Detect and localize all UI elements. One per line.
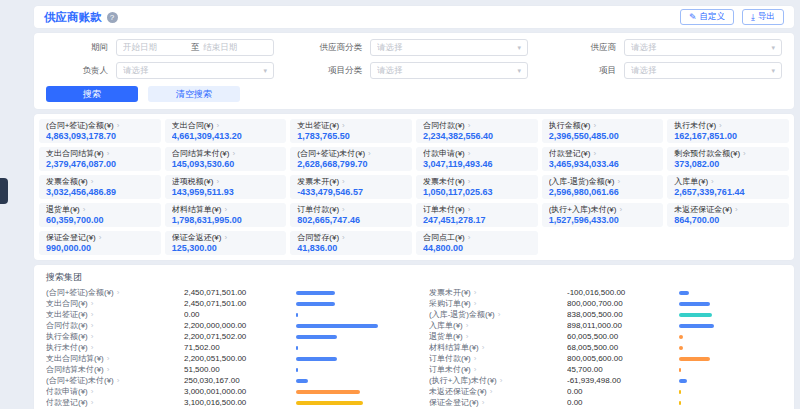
date-range-input[interactable]: 开始日期 至 结束日期 — [116, 39, 274, 56]
metric-card[interactable]: (执行+入库)未付(¥)1,527,596,433.00 — [542, 203, 664, 227]
group-metric-value: 2,200,071,502.00 — [184, 332, 296, 341]
group-metric-row[interactable]: 采购订单(¥)800,000,700.00 — [429, 298, 782, 309]
group-metric-row[interactable]: (合同+签证)金额(¥)2,450,071,501.00 — [46, 287, 399, 298]
metric-card[interactable]: 材料结算单(¥)1,798,631,995.00 — [165, 203, 287, 227]
metric-card[interactable]: (合同+签证)未付(¥)2,628,668,799.70 — [290, 147, 412, 171]
metric-value: 3,465,934,033.46 — [549, 159, 657, 169]
supplier-category-select[interactable]: 请选择 ▾ — [370, 39, 528, 56]
metric-card[interactable]: 保证金返还(¥)125,300.00 — [165, 231, 287, 255]
group-metric-row[interactable]: (入库-退货)金额(¥)838,005,500.00 — [429, 309, 782, 320]
metric-card[interactable]: 进项税额(¥)143,959,511.93 — [165, 175, 287, 199]
metric-label: 支出合同结算(¥) — [46, 149, 154, 158]
bar-track — [296, 401, 399, 405]
group-metric-row[interactable]: (执行+入库)未付(¥)-61,939,498.00 — [429, 375, 782, 386]
metric-card[interactable]: 合同点工(¥)44,800.00 — [416, 231, 538, 255]
group-metric-value: 60,005,500.00 — [567, 332, 679, 341]
group-metric-row[interactable]: 支出合同结算(¥)2,200,051,500.00 — [46, 353, 399, 364]
project-category-select[interactable]: 请选择 ▾ — [370, 62, 528, 79]
group-metric-value: 800,005,600.00 — [567, 354, 679, 363]
metric-card[interactable]: 保证金登记(¥)990,000.00 — [39, 231, 161, 255]
bar-track — [679, 335, 782, 339]
group-metric-row[interactable]: 退货单(¥)60,005,500.00 — [429, 331, 782, 342]
metric-card[interactable]: 发票未开(¥)-433,479,546.57 — [290, 175, 412, 199]
metric-label: 付款申请(¥) — [423, 149, 531, 158]
metric-card[interactable]: 支出签证(¥)1,783,765.50 — [290, 119, 412, 143]
metric-card[interactable]: 发票金额(¥)3,032,456,486.89 — [39, 175, 161, 199]
metric-card[interactable]: 入库单(¥)2,657,339,761.44 — [667, 175, 789, 199]
supplier-select[interactable]: 请选择 ▾ — [624, 39, 782, 56]
group-metric-label: 执行金额(¥) — [46, 331, 184, 342]
search-button[interactable]: 搜索 — [46, 86, 138, 102]
metric-value: 2,628,668,799.70 — [297, 159, 405, 169]
metric-card[interactable]: 执行未付(¥)162,167,851.00 — [667, 119, 789, 143]
metric-card[interactable]: 支出合同(¥)4,661,309,413.20 — [165, 119, 287, 143]
metric-card[interactable]: 退货单(¥)60,359,700.00 — [39, 203, 161, 227]
start-date-placeholder[interactable]: 开始日期 — [123, 42, 187, 54]
customize-button[interactable]: ✎ 自定义 — [680, 9, 734, 25]
metric-card[interactable]: 订单未付(¥)247,451,278.17 — [416, 203, 538, 227]
period-label: 期间 — [46, 42, 116, 54]
group-metric-row[interactable]: 支出合同(¥)2,450,071,501.00 — [46, 298, 399, 309]
clear-search-button[interactable]: 清空搜索 — [148, 86, 240, 102]
metric-card[interactable]: (合同+签证)金额(¥)4,863,093,178.70 — [39, 119, 161, 143]
metric-card[interactable]: 剩余预付款金额(¥)373,082.00 — [667, 147, 789, 171]
project-select[interactable]: 请选择 ▾ — [624, 62, 782, 79]
group-metric-row[interactable]: 发票未开(¥)-100,016,500.00 — [429, 287, 782, 298]
project-category-label: 项目分类 — [300, 65, 370, 77]
group-metric-row[interactable]: 未返还保证金(¥)0.00 — [429, 386, 782, 397]
metric-label: 保证金返还(¥) — [172, 233, 280, 242]
group-metric-label: (执行+入库)未付(¥) — [429, 375, 567, 386]
bar-track — [296, 357, 399, 361]
manager-select[interactable]: 请选择 ▾ — [116, 62, 274, 79]
metric-card[interactable]: 合同结算未付(¥)145,093,530.60 — [165, 147, 287, 171]
group-metric-row[interactable]: 合同付款(¥)2,200,000,000.00 — [46, 320, 399, 331]
group-metric-row[interactable]: 订单未付(¥)45,700.00 — [429, 364, 782, 375]
chevron-down-icon: ▾ — [263, 67, 267, 75]
value-bar — [679, 346, 683, 350]
filter-grid: 期间 开始日期 至 结束日期 供应商分类 请选择 ▾ 供应商 请选择 ▾ — [46, 39, 782, 79]
group-metric-row[interactable]: 执行未付(¥)71,502.00 — [46, 342, 399, 353]
metric-card[interactable]: 付款申请(¥)3,047,119,493.46 — [416, 147, 538, 171]
bar-track — [296, 324, 399, 328]
group-metric-row[interactable]: 合同结算未付(¥)51,500.00 — [46, 364, 399, 375]
supplier-category-placeholder: 请选择 — [377, 42, 513, 54]
metric-card[interactable]: 发票未付(¥)1,050,117,025.63 — [416, 175, 538, 199]
group-metric-value: -100,016,500.00 — [567, 288, 679, 297]
metric-card[interactable]: 执行金额(¥)2,396,550,485.00 — [542, 119, 664, 143]
end-date-placeholder[interactable]: 结束日期 — [203, 42, 267, 54]
metric-label: 订单未付(¥) — [423, 205, 531, 214]
group-metric-value: 2,200,051,500.00 — [184, 354, 296, 363]
sidebar-toggle[interactable] — [0, 178, 8, 204]
help-icon[interactable]: ? — [107, 12, 118, 23]
group-metric-row[interactable]: 付款申请(¥)3,000,001,000.00 — [46, 386, 399, 397]
group-metric-row[interactable]: 执行金额(¥)2,200,071,502.00 — [46, 331, 399, 342]
bar-track — [296, 313, 399, 317]
group-metric-row[interactable]: 保证金登记(¥)0.00 — [429, 397, 782, 408]
group-metric-value: -61,939,498.00 — [567, 376, 679, 385]
metric-label: 发票未开(¥) — [297, 177, 405, 186]
metric-value: 4,661,309,413.20 — [172, 131, 280, 141]
group-metric-row[interactable]: 入库单(¥)898,011,000.00 — [429, 320, 782, 331]
metric-card[interactable]: 合同暂存(¥)41,836.00 — [290, 231, 412, 255]
group-metric-row[interactable]: 支出签证(¥)0.00 — [46, 309, 399, 320]
group-metric-label: 材料结算单(¥) — [429, 342, 567, 353]
group-metric-row[interactable]: 付款登记(¥)3,100,016,500.00 — [46, 397, 399, 408]
group-metric-label: 合同付款(¥) — [46, 320, 184, 331]
metric-label: 入库单(¥) — [674, 177, 782, 186]
metric-card[interactable]: 合同付款(¥)2,234,382,556.40 — [416, 119, 538, 143]
value-bar — [296, 368, 298, 372]
metric-card[interactable]: 支出合同结算(¥)2,379,476,087.00 — [39, 147, 161, 171]
metric-value: 990,000.00 — [46, 243, 154, 253]
group-metric-label: 订单付款(¥) — [429, 353, 567, 364]
metric-card[interactable]: 未返还保证金(¥)864,700.00 — [667, 203, 789, 227]
group-metric-row[interactable]: (合同+签证)未付(¥)250,030,167.00 — [46, 375, 399, 386]
export-button[interactable]: ⤓ 导出 — [742, 9, 784, 25]
value-bar — [296, 313, 298, 317]
group-metric-row[interactable]: 订单付款(¥)800,005,600.00 — [429, 353, 782, 364]
filter-panel: 期间 开始日期 至 结束日期 供应商分类 请选择 ▾ 供应商 请选择 ▾ — [34, 33, 794, 109]
metric-card[interactable]: 订单付款(¥)802,665,747.46 — [290, 203, 412, 227]
metric-card[interactable]: 付款登记(¥)3,465,934,033.46 — [542, 147, 664, 171]
group-metric-row[interactable]: 材料结算单(¥)68,005,500.00 — [429, 342, 782, 353]
metric-card[interactable]: (入库-退货)金额(¥)2,596,980,061.66 — [542, 175, 664, 199]
value-bar — [296, 357, 337, 361]
